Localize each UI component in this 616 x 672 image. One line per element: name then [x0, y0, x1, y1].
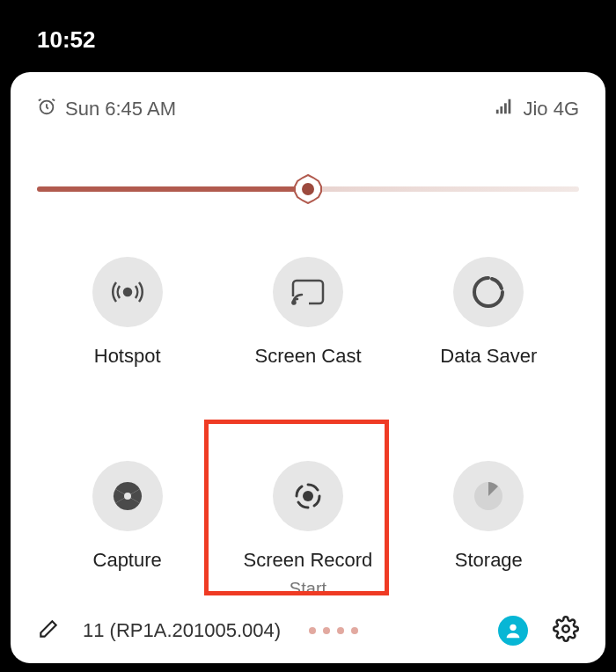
- tile-label: Hotspot: [94, 345, 161, 368]
- carrier-label: Jio 4G: [523, 98, 579, 121]
- device-clock: 10:52: [0, 0, 616, 54]
- svg-point-12: [510, 625, 516, 631]
- tile-data-saver[interactable]: Data Saver: [399, 257, 579, 369]
- capture-icon: [92, 461, 163, 531]
- storage-icon: [453, 461, 524, 531]
- tile-screen-cast[interactable]: Screen Cast: [217, 257, 398, 369]
- tile-grid: Hotspot Screen Cast Data Saver: [37, 257, 579, 600]
- status-bar: Sun 6:45 AM Jio 4G: [37, 97, 579, 121]
- svg-rect-2: [501, 106, 503, 113]
- tile-label: Screen Record: [244, 549, 373, 572]
- svg-point-13: [562, 625, 569, 632]
- svg-point-8: [292, 302, 295, 304]
- tile-storage[interactable]: Storage: [399, 461, 579, 600]
- tile-hotspot[interactable]: Hotspot: [37, 257, 217, 369]
- panel-time: Sun 6:45 AM: [65, 98, 176, 121]
- tile-label: Capture: [93, 549, 162, 572]
- settings-icon[interactable]: [553, 616, 579, 646]
- record-icon: [273, 461, 343, 531]
- page-indicator[interactable]: [309, 627, 358, 634]
- user-avatar[interactable]: [498, 616, 528, 646]
- panel-footer: 11 (RP1A.201005.004): [37, 600, 579, 646]
- brightness-thumb[interactable]: [293, 174, 323, 204]
- cast-icon: [273, 257, 343, 327]
- signal-icon: [495, 97, 514, 121]
- hotspot-icon: [92, 257, 163, 327]
- datasaver-icon: [453, 257, 524, 327]
- svg-point-7: [124, 289, 131, 296]
- tile-screen-record[interactable]: Screen Record Start: [217, 461, 398, 600]
- svg-rect-1: [496, 110, 499, 114]
- tile-label: Storage: [455, 549, 523, 572]
- brightness-slider[interactable]: [37, 176, 579, 202]
- svg-point-10: [303, 491, 313, 501]
- tile-sublabel: Start: [290, 579, 326, 599]
- quick-settings-panel: Sun 6:45 AM Jio 4G: [11, 72, 605, 663]
- alarm-icon: [37, 97, 56, 121]
- svg-point-9: [124, 493, 131, 500]
- svg-point-6: [302, 183, 314, 195]
- tile-capture[interactable]: Capture: [37, 461, 217, 600]
- edit-icon[interactable]: [37, 617, 60, 644]
- svg-rect-3: [504, 103, 507, 113]
- tile-label: Data Saver: [440, 345, 537, 368]
- tile-label: Screen Cast: [254, 345, 361, 368]
- build-label: 11 (RP1A.201005.004): [83, 619, 281, 642]
- svg-rect-4: [509, 99, 511, 114]
